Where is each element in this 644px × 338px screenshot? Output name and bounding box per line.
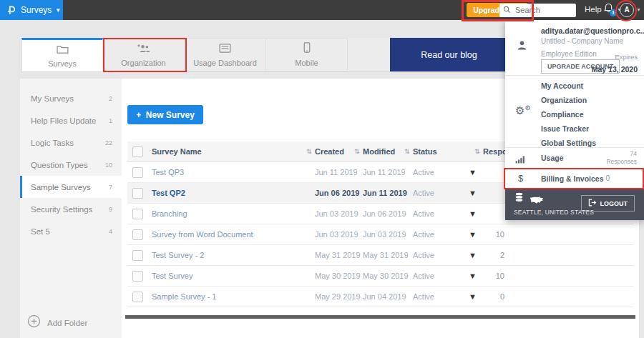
sidebar-item-set-5[interactable]: Set 54 xyxy=(20,220,122,242)
mobile-icon xyxy=(303,42,311,56)
questionpro-logo-icon xyxy=(6,5,16,16)
status-dropdown-caret[interactable]: ▼ xyxy=(469,183,477,203)
col-header-survey-name[interactable]: Survey Name xyxy=(152,141,202,161)
menu-link-global-settings[interactable]: Global Settings xyxy=(541,139,596,147)
sidebar-item-my-surveys[interactable]: My Surveys2 xyxy=(20,87,122,109)
responses-cell: 10 xyxy=(483,224,504,244)
survey-name-link[interactable]: Branching xyxy=(152,204,187,224)
tab-usage-dashboard[interactable]: Usage Dashboard xyxy=(185,38,266,71)
survey-name-link[interactable]: Test Survey xyxy=(152,266,192,286)
usage-unit: Responses xyxy=(606,158,637,165)
avatar[interactable]: A xyxy=(620,3,634,17)
status-dropdown-caret[interactable]: ▼ xyxy=(469,162,477,182)
sidebar-item-sample-surveys[interactable]: Sample Surveys7 xyxy=(20,176,122,198)
brand-label: Surveys xyxy=(21,5,52,15)
responses-cell: 2 xyxy=(483,245,504,265)
row-checkbox[interactable] xyxy=(132,209,143,219)
survey-name-link[interactable]: Sample Survey - 1 xyxy=(152,287,216,307)
menu-link-issue-tracker[interactable]: Issue Tracker xyxy=(541,124,589,133)
usage-row[interactable]: Usage 74Responses xyxy=(505,148,644,169)
settings-gears-icon: ⚙⚙ xyxy=(515,103,531,116)
add-folder-button[interactable]: Add Folder xyxy=(27,314,87,331)
status-dropdown-caret[interactable]: ▼ xyxy=(469,245,477,265)
usage-label: Usage xyxy=(541,154,564,162)
survey-name-link[interactable]: Survey from Word Document xyxy=(152,224,253,244)
created-cell: Jun 03 2019 xyxy=(315,204,358,224)
account-dropdown-menu: aditya.datar@questionpro.c... Untitled -… xyxy=(505,20,644,220)
chevron-down-icon: ▼ xyxy=(636,7,641,12)
logout-icon xyxy=(588,199,597,208)
col-header-modified[interactable]: Modified xyxy=(363,141,395,161)
modified-cell: May 31 2019 xyxy=(363,245,409,265)
menu-link-my-account[interactable]: My Account xyxy=(541,81,583,90)
status-cell: Active xyxy=(413,224,434,244)
survey-name-link[interactable]: Test QP3 xyxy=(152,162,184,182)
tab-surveys[interactable]: Surveys xyxy=(21,38,103,71)
status-cell: Active xyxy=(413,245,434,265)
row-checkbox[interactable] xyxy=(132,188,143,199)
chevron-down-icon: ▼ xyxy=(55,7,61,14)
company-name: Untitled - Company Name xyxy=(541,37,623,45)
sidebar-item-security-settings[interactable]: Security Settings9 xyxy=(20,198,122,220)
sidebar-item-logic-tasks[interactable]: Logic Tasks22 xyxy=(20,131,122,154)
row-checkbox[interactable] xyxy=(132,292,143,302)
sort-icon[interactable]: ⇅ xyxy=(474,141,480,161)
user-email: aditya.datar@questionpro.c... xyxy=(541,26,644,35)
new-survey-button[interactable]: + New Survey xyxy=(127,105,203,124)
edition-label: Employee Edition xyxy=(541,50,597,58)
row-checkbox[interactable] xyxy=(132,167,143,178)
created-cell: Jun 03 2019 xyxy=(315,224,358,244)
modified-cell: Jun 11 2019 xyxy=(363,183,407,203)
account-links-section: ⚙⚙ My AccountOrganizationComplianceIssue… xyxy=(505,76,644,148)
status-dropdown-caret[interactable]: ▼ xyxy=(469,224,477,244)
menu-link-organization[interactable]: Organization xyxy=(541,96,587,104)
logout-button[interactable]: LOGOUT xyxy=(581,195,635,212)
folder-sidebar: My Surveys2Help Files Update1Logic Tasks… xyxy=(20,79,122,338)
sidebar-item-question-types[interactable]: Question Types10 xyxy=(20,154,122,176)
status-dropdown-caret[interactable]: ▼ xyxy=(469,204,477,224)
folder-list: My Surveys2Help Files Update1Logic Tasks… xyxy=(20,79,122,242)
status-dropdown-caret[interactable]: ▼ xyxy=(469,266,477,286)
horizontal-scrollbar[interactable] xyxy=(125,315,635,319)
row-checkbox[interactable] xyxy=(132,229,143,240)
add-folder-label: Add Folder xyxy=(47,319,87,327)
status-cell: Active xyxy=(413,162,434,182)
row-checkbox[interactable] xyxy=(132,250,143,261)
status-cell: Active xyxy=(413,287,434,307)
menu-link-compliance[interactable]: Compliance xyxy=(541,110,584,119)
tab-organization[interactable]: Organization xyxy=(103,38,185,71)
app-brand-menu[interactable]: Surveys ▼ xyxy=(0,0,63,20)
read-our-blog-button[interactable]: Read our blog xyxy=(390,38,508,71)
created-cell: Jun 11 2019 xyxy=(315,162,358,182)
table-row[interactable]: Survey from Word DocumentJun 03 2019Jun … xyxy=(127,224,633,245)
search-input[interactable] xyxy=(514,5,574,15)
created-cell: May 31 2019 xyxy=(315,245,361,265)
select-all-checkbox[interactable] xyxy=(132,146,143,157)
status-cell: Active xyxy=(413,266,434,286)
usage-value: 74 xyxy=(630,150,637,157)
col-header-status[interactable]: Status xyxy=(413,141,437,161)
sort-icon[interactable]: ⇅ xyxy=(404,141,410,161)
col-header-created[interactable]: Created xyxy=(315,141,344,161)
sidebar-item-help-files-update[interactable]: Help Files Update1 xyxy=(20,109,122,131)
tab-mobile[interactable]: Mobile xyxy=(266,38,348,71)
survey-name-link[interactable]: Test QP2 xyxy=(152,183,185,203)
billing-invoices-row[interactable]: $ Billing & Invoices 0 xyxy=(505,169,644,189)
status-cell: Active xyxy=(413,204,434,224)
created-cell: May 30 2019 xyxy=(315,266,361,286)
user-icon xyxy=(517,40,527,54)
modified-cell: Jun 11 2019 xyxy=(363,162,406,182)
table-row[interactable]: Test SurveyMay 30 2019May 30 2019Active▼… xyxy=(127,266,633,287)
billing-label: Billing & Invoices xyxy=(541,174,604,183)
survey-name-link[interactable]: Test Survey - 2 xyxy=(152,245,204,265)
row-checkbox[interactable] xyxy=(132,271,143,282)
logout-label: LOGOUT xyxy=(600,200,628,207)
help-link[interactable]: Help xyxy=(585,5,602,14)
sort-icon[interactable]: ⇅ xyxy=(354,141,360,161)
dashboard-icon xyxy=(219,43,231,56)
table-row[interactable]: Test Survey - 2May 31 2019May 31 2019Act… xyxy=(127,245,633,266)
status-dropdown-caret[interactable]: ▼ xyxy=(469,287,477,307)
search-box[interactable] xyxy=(499,4,576,17)
table-row[interactable]: Sample Survey - 1May 29 2019Jun 04 2019A… xyxy=(127,287,633,307)
sort-icon[interactable]: ⇅ xyxy=(306,141,312,161)
